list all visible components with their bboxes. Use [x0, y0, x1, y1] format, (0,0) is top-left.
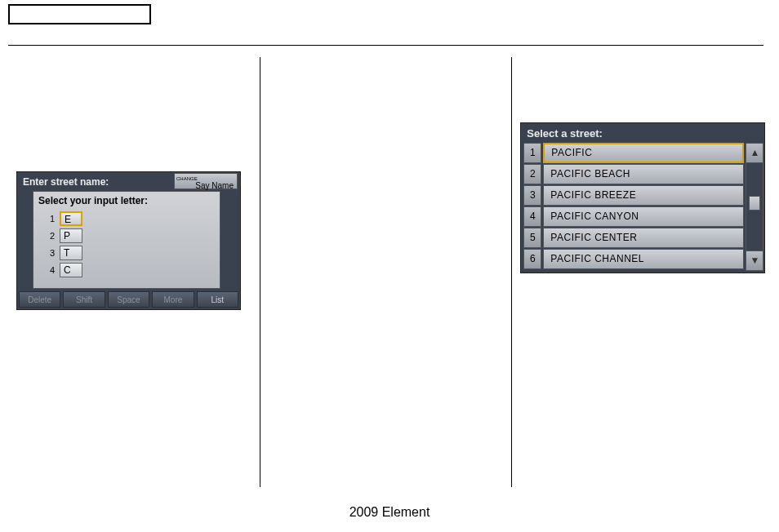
list-item[interactable]: 3 T: [38, 246, 215, 260]
columns: Enter street name: CHANGE Say Name Selec…: [8, 57, 763, 487]
scrollbar: ▲ ▼: [746, 143, 763, 271]
row-number: 4: [523, 206, 541, 227]
row-number: 3: [523, 185, 541, 206]
list-button[interactable]: List: [197, 291, 238, 308]
letter-cell[interactable]: T: [60, 246, 82, 260]
column-2: [260, 57, 512, 487]
row-number: 2: [523, 164, 541, 184]
row-number: 5: [523, 228, 541, 248]
letter-cell[interactable]: C: [60, 263, 82, 277]
list-item[interactable]: 2 PACIFIC BEACH: [523, 164, 744, 184]
letter-cell[interactable]: P: [60, 228, 82, 243]
popup-title: Select your input letter:: [38, 195, 215, 206]
street-cell[interactable]: PACIFIC CHANNEL: [543, 249, 744, 269]
row-number: 2: [38, 231, 55, 241]
street-cell[interactable]: PACIFIC CANYON: [543, 206, 744, 227]
divider: [8, 45, 763, 46]
row-number: 6: [523, 249, 541, 269]
space-button[interactable]: Space: [108, 291, 149, 308]
delete-button[interactable]: Delete: [19, 291, 60, 308]
list-item[interactable]: 6 PACIFIC CHANNEL: [523, 249, 744, 269]
street-cell[interactable]: PACIFIC CENTER: [543, 228, 744, 248]
row-number: 4: [38, 265, 55, 275]
list-item[interactable]: 4 C: [38, 263, 215, 277]
input-letter-popup: Select your input letter: 1 E 2 P 3 T 4 …: [33, 191, 220, 289]
street-cell[interactable]: PACIFIC BREEZE: [543, 185, 744, 206]
scroll-thumb[interactable]: [749, 196, 760, 211]
nav-select-street-screenshot: Select a street: 1 PACIFIC 2 PACIFIC BEA…: [520, 122, 765, 273]
street-cell[interactable]: PACIFIC BEACH: [543, 164, 744, 184]
say-name-button[interactable]: CHANGE Say Name: [174, 173, 238, 189]
letter-cell[interactable]: E: [60, 211, 82, 226]
list-item[interactable]: 1 PACIFIC: [523, 143, 744, 163]
list-item[interactable]: 1 E: [38, 211, 215, 226]
keyboard-buttons: Delete Shift Space More List: [19, 291, 238, 308]
list-item[interactable]: 3 PACIFIC BREEZE: [523, 185, 744, 206]
scroll-track[interactable]: [746, 163, 763, 250]
scroll-up-button[interactable]: ▲: [746, 143, 763, 163]
scroll-down-button[interactable]: ▼: [746, 250, 763, 271]
say-name-label: Say Name: [195, 181, 234, 190]
shift-button[interactable]: Shift: [63, 291, 105, 308]
list-item[interactable]: 5 PACIFIC CENTER: [523, 228, 744, 248]
column-1: Enter street name: CHANGE Say Name Selec…: [8, 57, 260, 487]
row-number: 1: [523, 143, 541, 163]
list-item[interactable]: 2 P: [38, 228, 215, 243]
footer-text: 2009 Element: [0, 505, 779, 520]
header-box: [8, 4, 151, 24]
column-3: Select a street: 1 PACIFIC 2 PACIFIC BEA…: [512, 57, 763, 487]
more-button[interactable]: More: [152, 291, 194, 308]
row-number: 1: [38, 214, 55, 224]
street-cell[interactable]: PACIFIC: [543, 143, 744, 163]
street-list: 1 PACIFIC 2 PACIFIC BEACH 3 PACIFIC BREE…: [523, 143, 762, 269]
nav-enter-street-screenshot: Enter street name: CHANGE Say Name Selec…: [16, 171, 241, 310]
list-item[interactable]: 4 PACIFIC CANYON: [523, 206, 744, 227]
row-number: 3: [38, 248, 55, 258]
select-street-title: Select a street:: [523, 126, 762, 143]
